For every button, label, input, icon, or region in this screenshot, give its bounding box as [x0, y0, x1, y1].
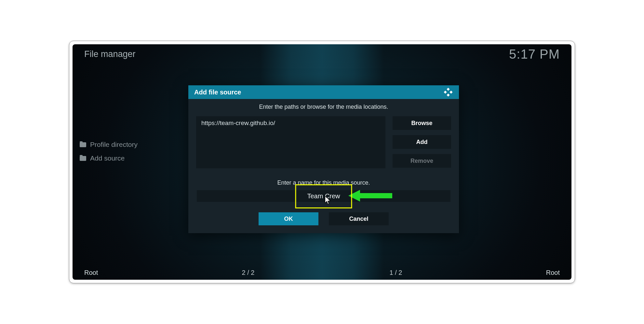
- dialog-body: Enter the paths or browse for the media …: [188, 99, 459, 233]
- dialog-header: Add file source: [188, 85, 459, 99]
- name-instruction: Enter a name for this media source.: [196, 179, 451, 186]
- left-count: 2 / 2: [242, 269, 255, 276]
- sidebar-item-label: Profile directory: [90, 141, 138, 148]
- sidebar-item-add-source[interactable]: Add source: [80, 154, 138, 162]
- paths-row: https://team-crew.github.io/ Browse Add …: [196, 116, 451, 168]
- folder-icon: [80, 142, 86, 147]
- paths-instruction: Enter the paths or browse for the media …: [196, 104, 451, 110]
- svg-rect-2: [449, 91, 452, 93]
- svg-rect-3: [447, 93, 449, 96]
- left-root-label: Root: [84, 269, 98, 276]
- paths-input[interactable]: https://team-crew.github.io/: [196, 116, 385, 168]
- folder-icon: [80, 156, 86, 161]
- sidebar-item-label: Add source: [90, 154, 125, 162]
- left-source-list: Profile directory Add source: [80, 141, 138, 162]
- clock: 5:17 PM: [509, 47, 560, 62]
- add-button[interactable]: Add: [393, 135, 451, 149]
- right-root-label: Root: [546, 269, 560, 276]
- kodi-screen: File manager 5:17 PM Profile directory A…: [73, 44, 571, 280]
- footer-counts: 2 / 2 1 / 2: [73, 269, 571, 276]
- remove-button[interactable]: Remove: [393, 154, 451, 168]
- browse-button[interactable]: Browse: [393, 116, 451, 130]
- source-name-input[interactable]: Team Crew: [197, 190, 450, 202]
- svg-rect-1: [444, 91, 447, 93]
- svg-rect-0: [447, 88, 449, 91]
- path-value: https://team-crew.github.io/: [201, 120, 275, 126]
- dialog-actions: OK Cancel: [196, 212, 451, 225]
- right-count: 1 / 2: [390, 269, 402, 276]
- ok-button[interactable]: OK: [259, 212, 318, 225]
- source-name-value: Team Crew: [307, 192, 340, 200]
- path-side-buttons: Browse Add Remove: [393, 116, 451, 168]
- app-frame: File manager 5:17 PM Profile directory A…: [69, 41, 575, 283]
- kodi-logo-icon: [443, 87, 453, 97]
- dialog-title: Add file source: [194, 89, 241, 96]
- cancel-button[interactable]: Cancel: [329, 212, 389, 225]
- name-input-wrap: Team Crew: [196, 190, 451, 202]
- bottom-bar: Root 2 / 2 1 / 2 Root: [73, 265, 571, 280]
- page-title: File manager: [84, 49, 136, 59]
- sidebar-item-profile-directory[interactable]: Profile directory: [80, 141, 138, 148]
- top-bar: File manager 5:17 PM: [73, 44, 571, 64]
- add-file-source-dialog: Add file source Enter the paths or brows…: [188, 85, 459, 233]
